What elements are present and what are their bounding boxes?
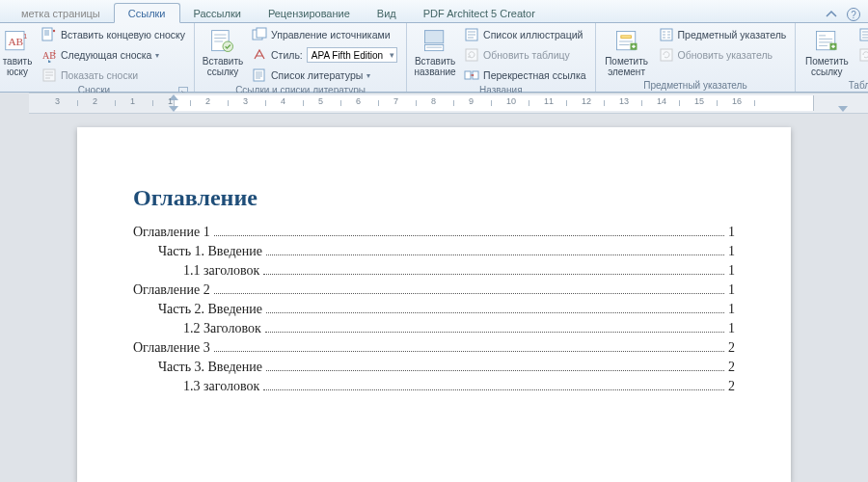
insert-citation-button[interactable]: Вставить ссылку [201, 25, 245, 80]
ruler-number: 3 [243, 96, 248, 106]
svg-rect-22 [661, 29, 672, 40]
citation-style-combo[interactable]: APA Fifth Edition [307, 47, 397, 63]
update-toa-icon [858, 47, 868, 63]
ruler-number: 1 [130, 96, 135, 106]
update-table-label: Обновить таблицу [483, 49, 570, 61]
next-footnote-label: Следующая сноска [61, 49, 151, 61]
toc-page-number: 1 [728, 225, 735, 240]
tab-references[interactable]: Ссылки [114, 3, 180, 23]
toc-entry[interactable]: Часть 3. Введение 2 [133, 360, 735, 375]
citation-icon [209, 28, 236, 55]
tab-view[interactable]: Вид [364, 4, 410, 22]
toc-entry[interactable]: Оглавление 1 1 [133, 225, 735, 240]
list-of-figures-label: Список иллюстраций [483, 29, 583, 40]
toc-page-number: 1 [728, 282, 735, 298]
insert-footnote-button-truncated[interactable]: AB1 тавить юску [0, 25, 35, 80]
show-notes-button[interactable]: Показать сноски [39, 66, 188, 85]
toc-entry[interactable]: 1.2 Заголовок 1 [133, 321, 735, 336]
ruler-area: 32112345678910111213141516 [0, 93, 868, 114]
svg-rect-13 [425, 31, 444, 43]
toc-entry[interactable]: Оглавление 2 1 [133, 282, 735, 298]
toc-entry[interactable]: Оглавление 3 2 [133, 340, 735, 356]
toc-entry-text: Оглавление 2 [133, 282, 210, 298]
svg-text:1: 1 [23, 33, 27, 40]
toc-entry[interactable]: 1.3 заголовок 2 [133, 379, 735, 394]
ruler-number: 4 [281, 96, 285, 106]
insert-toa-button[interactable]: Таблица ссылок [855, 25, 868, 44]
ruler-number: 9 [469, 96, 474, 106]
toc-page-number: 2 [728, 360, 735, 375]
minimize-ribbon-icon[interactable] [824, 7, 839, 22]
document-page[interactable]: Оглавление Оглавление 1 1Часть 1. Введен… [77, 127, 791, 482]
toc-leader-dots [265, 332, 724, 333]
toc-leader-dots [214, 293, 724, 294]
toc-entry-text: Часть 2. Введение [158, 302, 262, 317]
toc-page-number: 1 [728, 263, 735, 279]
group-authorities: Пометить ссылку Таблица ссылок Обновить … [796, 23, 868, 92]
ruler-number: 13 [619, 96, 629, 106]
next-footnote-icon: AB1 [41, 47, 57, 63]
group-authorities-label: Таблица ссылок [801, 80, 868, 93]
insert-caption-button[interactable]: Вставить название [413, 25, 457, 80]
ruler-number: 15 [694, 96, 704, 106]
toc-entry[interactable]: Часть 2. Введение 1 [133, 302, 735, 317]
ruler-number: 6 [356, 96, 361, 106]
toc-entry[interactable]: Часть 1. Введение 1 [133, 244, 735, 259]
group-footnotes: AB1 тавить юску Вставить концевую сноску… [0, 23, 195, 92]
mark-entry-button[interactable]: Пометить элемент [602, 25, 652, 80]
ruler-number: 2 [93, 96, 97, 106]
toc-leader-dots [266, 370, 724, 371]
bibliography-button[interactable]: Список литературы ▾ [249, 66, 400, 85]
ruler-number: 7 [393, 96, 398, 106]
update-table-button[interactable]: Обновить таблицу [461, 45, 588, 65]
svg-rect-12 [254, 69, 264, 81]
mark-citation-label: Пометить ссылку [805, 57, 849, 77]
ruler-number: 10 [506, 96, 516, 106]
mark-citation-button[interactable]: Пометить ссылку [801, 25, 852, 80]
show-notes-icon [41, 67, 57, 83]
right-indent-marker[interactable] [838, 106, 848, 112]
svg-rect-17 [465, 71, 471, 79]
manage-sources-button[interactable]: Управление источниками [249, 25, 400, 44]
insert-index-icon [659, 27, 674, 42]
toc-page-number: 1 [728, 244, 735, 259]
toc-entry-text: 1.3 заголовок [183, 379, 259, 394]
help-icon[interactable]: ? [847, 8, 860, 21]
svg-rect-11 [257, 28, 266, 38]
ruler-number: 12 [582, 96, 591, 106]
manage-sources-icon [252, 27, 267, 42]
tab-review[interactable]: Рецензирование [255, 4, 364, 22]
svg-point-4 [53, 30, 55, 32]
document-workspace[interactable]: Оглавление Оглавление 1 1Часть 1. Введен… [0, 114, 868, 482]
insert-endnote-button[interactable]: Вставить концевую сноску [39, 25, 188, 44]
toc-entry-text: Часть 1. Введение [158, 244, 262, 259]
caption-icon [421, 28, 448, 55]
svg-rect-23 [661, 49, 672, 61]
endnote-icon [41, 27, 57, 42]
toc-leader-dots [266, 254, 724, 255]
update-toa-button[interactable]: Обновить таблицу [855, 45, 868, 65]
update-index-button[interactable]: Обновить указатель [656, 45, 790, 65]
list-of-figures-button[interactable]: Список иллюстраций [461, 25, 588, 44]
tab-mailings[interactable]: Рассылки [180, 4, 255, 22]
mark-entry-label: Пометить элемент [605, 57, 648, 77]
cross-reference-button[interactable]: Перекрестная ссылка [461, 66, 588, 85]
ruler-number: 16 [732, 96, 742, 106]
tab-page-layout-truncated[interactable]: метка страницы [8, 4, 114, 22]
toc-entry[interactable]: 1.1 заголовок 1 [133, 263, 735, 279]
insert-index-button[interactable]: Предметный указатель [656, 25, 790, 44]
toc-leader-dots [266, 312, 724, 313]
tab-pdf-architect[interactable]: PDF Architect 5 Creator [410, 4, 549, 22]
ruler-number: 11 [544, 96, 554, 106]
horizontal-ruler[interactable]: 32112345678910111213141516 [29, 93, 868, 114]
toc-leader-dots [214, 351, 724, 352]
mark-entry-icon [613, 28, 640, 55]
svg-rect-20 [620, 36, 631, 39]
next-footnote-button[interactable]: AB1 Следующая сноска ▾ [39, 45, 188, 65]
citation-style-row: Стиль: APA Fifth Edition [249, 45, 400, 65]
list-of-figures-icon [464, 27, 479, 42]
ribbon: AB1 тавить юску Вставить концевую сноску… [0, 23, 868, 93]
toc-leader-dots [214, 235, 724, 236]
mark-citation-icon [813, 28, 840, 55]
hanging-indent-marker[interactable] [169, 106, 178, 112]
